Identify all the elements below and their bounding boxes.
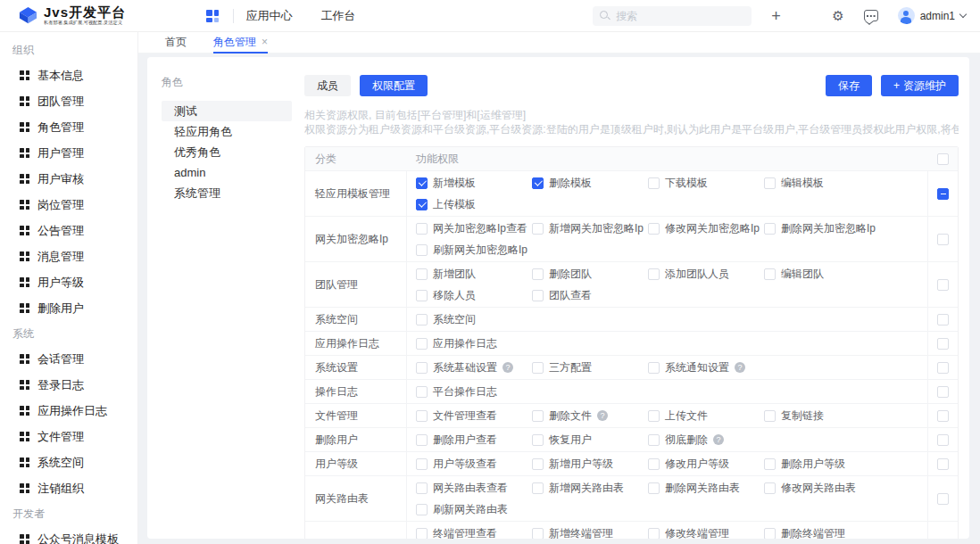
permission-item[interactable]: 系统基础设置?: [416, 357, 532, 378]
permission-item[interactable]: 新增团队: [416, 263, 532, 284]
nav-item[interactable]: 工作台: [321, 8, 356, 24]
sidebar-item[interactable]: 岗位管理: [0, 192, 137, 218]
permission-item[interactable]: 新增终端管理: [532, 523, 648, 539]
save-button[interactable]: 保存: [826, 75, 872, 96]
role-item[interactable]: 系统管理: [162, 183, 292, 203]
apps-grid-icon[interactable]: [801, 10, 813, 22]
permission-checkbox[interactable]: [416, 528, 428, 540]
add-icon[interactable]: +: [771, 9, 781, 23]
search-input[interactable]: [593, 6, 752, 26]
permission-checkbox[interactable]: [648, 223, 660, 235]
row-checkbox[interactable]: [937, 386, 949, 398]
permission-item[interactable]: 三方配置: [532, 357, 648, 378]
settings-gear-icon[interactable]: ⚙: [832, 9, 843, 23]
permission-checkbox[interactable]: [416, 458, 428, 470]
permission-item[interactable]: 修改用户等级: [648, 453, 764, 474]
permission-checkbox[interactable]: [648, 177, 660, 189]
permission-item[interactable]: 系统通知设置?: [648, 357, 764, 378]
permission-checkbox[interactable]: [416, 177, 428, 189]
permission-item[interactable]: 上传模板: [416, 194, 532, 215]
sidebar-item[interactable]: 文件管理: [0, 424, 137, 449]
permission-item[interactable]: 复制链接: [764, 405, 880, 426]
row-checkbox[interactable]: [937, 539, 949, 540]
sidebar-item[interactable]: 公众号消息模板: [0, 526, 137, 544]
permission-checkbox[interactable]: [648, 528, 660, 540]
permission-checkbox[interactable]: [416, 386, 428, 398]
permission-checkbox[interactable]: [764, 410, 776, 422]
permission-item[interactable]: 恢复用户: [532, 429, 648, 450]
permission-checkbox[interactable]: [764, 482, 776, 494]
sidebar-item[interactable]: 消息管理: [0, 243, 137, 269]
resource-maintain-button[interactable]: + 资源维护: [881, 75, 959, 96]
sidebar-item[interactable]: 角色管理: [0, 114, 137, 140]
permission-checkbox[interactable]: [532, 177, 544, 189]
role-item[interactable]: admin: [162, 162, 292, 183]
row-checkbox[interactable]: [937, 314, 949, 326]
permission-item[interactable]: 新增模板: [416, 172, 532, 194]
permission-item[interactable]: 删除网关路由表: [648, 477, 764, 499]
row-checkbox[interactable]: [937, 434, 949, 446]
sidebar-item[interactable]: 登录日志: [0, 372, 137, 398]
app-logo[interactable]: Jvs开发平台 私有部署,集成扩展,可视配置,灵活定义: [18, 5, 179, 26]
sidebar-item[interactable]: 用户等级: [0, 269, 137, 295]
permission-checkbox[interactable]: [648, 410, 660, 422]
sidebar-item[interactable]: 会话管理: [0, 346, 137, 372]
permission-item[interactable]: 上传文件: [648, 405, 764, 426]
select-all-checkbox[interactable]: [937, 153, 949, 165]
permission-item[interactable]: 新增用户等级: [532, 453, 648, 474]
permission-item[interactable]: 系统空间: [416, 309, 532, 330]
permission-item[interactable]: 删除网关加密忽略Ip: [764, 218, 880, 239]
permission-checkbox[interactable]: [416, 290, 428, 301]
permission-checkbox[interactable]: [416, 482, 428, 494]
permission-checkbox[interactable]: [648, 458, 660, 470]
permission-item[interactable]: 新增网关加密忽略Ip: [532, 218, 648, 239]
permission-item[interactable]: 修改终端管理: [648, 523, 764, 539]
permission-item[interactable]: 应用操作日志: [416, 333, 532, 354]
permission-item[interactable]: 下载模板: [648, 172, 764, 194]
permission-item[interactable]: 刷新网关路由表: [416, 499, 532, 520]
permission-item[interactable]: 删除用户查看: [416, 429, 532, 450]
row-checkbox[interactable]: [937, 338, 949, 350]
role-item[interactable]: 优秀角色: [162, 142, 292, 162]
permission-checkbox[interactable]: [532, 223, 544, 235]
permissions-tab-button[interactable]: 权限配置: [360, 75, 428, 96]
permission-checkbox[interactable]: [416, 504, 428, 515]
permission-checkbox[interactable]: [416, 244, 428, 256]
permission-item[interactable]: 新增网关路由表: [532, 477, 648, 499]
permission-item[interactable]: 添加团队人员: [648, 263, 764, 284]
permission-item[interactable]: 删除用户等级: [764, 453, 880, 474]
permission-checkbox[interactable]: [532, 458, 544, 470]
permission-item[interactable]: 刷新网关加密忽略Ip: [416, 239, 532, 260]
permission-checkbox[interactable]: [764, 223, 776, 235]
permission-item[interactable]: 网关加密忽略Ip查看: [416, 218, 532, 239]
permission-item[interactable]: 编辑团队: [764, 263, 880, 284]
permission-checkbox[interactable]: [416, 314, 428, 326]
row-checkbox[interactable]: [937, 188, 949, 200]
permission-item[interactable]: 终端管理查看: [416, 523, 532, 539]
permission-item[interactable]: 文件管理查看: [416, 405, 532, 426]
messages-icon[interactable]: [864, 10, 878, 21]
permission-item[interactable]: 团队查看: [532, 284, 648, 306]
workspace-apps-icon[interactable]: [206, 10, 219, 22]
permission-item[interactable]: 编辑模板: [764, 172, 880, 194]
row-checkbox[interactable]: [937, 458, 949, 470]
permission-item[interactable]: 移除人员: [416, 284, 532, 306]
tab[interactable]: 首页: [165, 32, 187, 54]
permission-item[interactable]: 修改网关加密忽略Ip: [648, 218, 764, 239]
permission-checkbox[interactable]: [648, 434, 660, 446]
sidebar-item[interactable]: 基本信息: [0, 62, 137, 88]
role-item[interactable]: 轻应用角色: [162, 121, 292, 142]
nav-item[interactable]: 应用中心: [246, 8, 293, 24]
permission-item[interactable]: 删除终端管理: [764, 523, 880, 539]
permission-item[interactable]: 彻底删除?: [648, 429, 764, 450]
permission-item[interactable]: 平台操作日志: [416, 381, 532, 402]
row-checkbox[interactable]: [937, 279, 949, 291]
permission-checkbox[interactable]: [764, 528, 776, 540]
permission-checkbox[interactable]: [532, 528, 544, 540]
user-menu[interactable]: admin1: [898, 7, 966, 24]
permission-checkbox[interactable]: [416, 338, 428, 350]
sidebar-item[interactable]: 注销组织: [0, 475, 137, 501]
permission-checkbox[interactable]: [532, 268, 544, 280]
permission-item[interactable]: 用户等级查看: [416, 453, 532, 474]
role-item[interactable]: 测试: [162, 101, 292, 121]
